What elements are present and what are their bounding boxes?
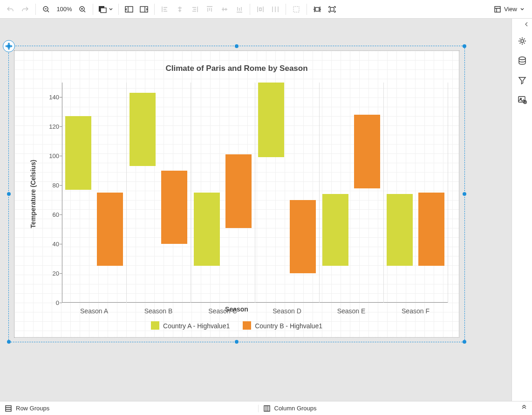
resize-handle-rm[interactable] xyxy=(463,192,466,196)
bar-series-1[interactable] xyxy=(418,193,444,266)
category-separator xyxy=(319,83,320,303)
plot-right-edge xyxy=(448,83,448,303)
svg-rect-5 xyxy=(140,7,148,12)
view-dropdown[interactable]: View xyxy=(489,2,529,17)
y-axis xyxy=(62,83,62,303)
y-tick-mark xyxy=(60,126,62,127)
selection-tool-button[interactable] xyxy=(289,2,304,17)
svg-rect-16 xyxy=(264,406,270,411)
zoom-level[interactable]: 100% xyxy=(54,6,75,13)
fit-page-button[interactable] xyxy=(325,2,340,17)
bar-series-1[interactable] xyxy=(290,200,316,273)
align-top-button[interactable] xyxy=(202,2,217,17)
svg-rect-4 xyxy=(125,7,133,12)
bar-series-0[interactable] xyxy=(387,194,413,266)
bar-series-1[interactable] xyxy=(354,115,380,188)
legend-item-b: Country B - Highvalue1 xyxy=(243,321,322,330)
toolbar: 100% View xyxy=(0,0,532,19)
chart-item[interactable]: Climate of Paris and Rome by Season Temp… xyxy=(14,50,459,338)
category-separator xyxy=(255,83,255,303)
view-label: View xyxy=(504,6,517,13)
y-tick-mark xyxy=(60,214,62,215)
filter-button[interactable] xyxy=(514,72,531,89)
category-separator xyxy=(383,83,384,303)
separator xyxy=(250,4,250,15)
bar-series-1[interactable] xyxy=(97,193,123,266)
svg-rect-15 xyxy=(6,406,11,411)
y-tick-label: 40 xyxy=(41,241,59,248)
row-groups-section[interactable]: Row Groups xyxy=(0,405,259,412)
y-tick-mark xyxy=(60,185,62,186)
align-right-button[interactable] xyxy=(187,2,202,17)
undo-button[interactable] xyxy=(3,2,18,17)
bar-series-0[interactable] xyxy=(194,193,220,266)
zoom-out-button[interactable] xyxy=(39,2,54,17)
x-axis-label: Season xyxy=(14,305,459,313)
legend-swatch-b xyxy=(243,321,251,330)
align-bottom-button[interactable] xyxy=(232,2,247,17)
design-canvas[interactable]: Climate of Paris and Rome by Season Temp… xyxy=(0,19,512,401)
separator xyxy=(286,4,286,15)
fill-dropdown[interactable] xyxy=(96,2,116,17)
legend-label-a: Country A - Highvalue1 xyxy=(163,322,230,330)
layout-split-horizontal-button[interactable] xyxy=(122,2,136,17)
svg-rect-3 xyxy=(101,8,106,13)
y-tick-mark xyxy=(60,303,62,303)
side-rail xyxy=(512,19,532,401)
y-tick-mark xyxy=(60,273,62,274)
row-groups-label: Row Groups xyxy=(16,405,49,412)
groups-collapse-button[interactable] xyxy=(516,404,532,412)
y-axis-label: Temperature (Celsius) xyxy=(29,160,37,228)
align-left-button[interactable] xyxy=(157,2,172,17)
bar-series-0[interactable] xyxy=(65,116,91,189)
fit-width-button[interactable] xyxy=(310,2,325,17)
legend-swatch-a xyxy=(151,321,159,330)
resize-handle-tm[interactable] xyxy=(235,44,239,48)
y-tick-label: 100 xyxy=(41,152,59,159)
column-groups-section[interactable]: Column Groups xyxy=(259,405,517,412)
rail-collapse-button[interactable] xyxy=(512,19,532,30)
legend: Country A - Highvalue1 Country B - Highv… xyxy=(14,321,459,330)
properties-button[interactable] xyxy=(514,33,531,49)
column-groups-label: Column Groups xyxy=(274,405,317,412)
bar-series-0[interactable] xyxy=(322,194,348,266)
resize-handle-tl[interactable] xyxy=(7,44,11,48)
legend-label-b: Country B - Highvalue1 xyxy=(255,322,322,330)
resize-handle-lm[interactable] xyxy=(7,192,11,196)
data-button[interactable] xyxy=(514,52,531,69)
bar-series-1[interactable] xyxy=(161,171,187,244)
bar-series-0[interactable] xyxy=(130,93,156,166)
zoom-in-button[interactable] xyxy=(75,2,90,17)
chart-title: Climate of Paris and Rome by Season xyxy=(14,64,459,73)
y-tick-label: 120 xyxy=(41,123,59,130)
distribute-horizontal-button[interactable] xyxy=(253,2,268,17)
category-separator xyxy=(126,83,127,303)
image-settings-button[interactable] xyxy=(514,91,531,108)
columns-icon xyxy=(263,405,271,412)
layout-split-vertical-button[interactable] xyxy=(136,2,151,17)
resize-handle-bm[interactable] xyxy=(235,340,239,344)
y-tick-mark xyxy=(60,244,62,244)
y-tick-label: 60 xyxy=(41,211,59,218)
resize-handle-br[interactable] xyxy=(463,340,466,344)
y-tick-label: 20 xyxy=(41,270,59,277)
redo-button[interactable] xyxy=(18,2,33,17)
resize-handle-bl[interactable] xyxy=(7,340,11,344)
legend-item-a: Country A - Highvalue1 xyxy=(151,321,230,330)
bar-series-1[interactable] xyxy=(225,154,252,228)
groups-panel: Row Groups Column Groups xyxy=(0,401,532,415)
bar-series-0[interactable] xyxy=(258,83,284,157)
svg-rect-6 xyxy=(293,7,299,12)
y-tick-mark xyxy=(60,97,62,97)
svg-point-11 xyxy=(519,57,525,60)
align-center-v-button[interactable] xyxy=(217,2,232,17)
y-tick-label: 140 xyxy=(41,94,59,101)
svg-rect-8 xyxy=(330,7,334,11)
svg-point-10 xyxy=(521,40,524,42)
distribute-vertical-button[interactable] xyxy=(268,2,283,17)
align-center-h-button[interactable] xyxy=(172,2,187,17)
y-tick-mark xyxy=(60,156,62,156)
resize-handle-tr[interactable] xyxy=(463,44,466,48)
plot-area: 020406080100120140Season ASeason BSeason… xyxy=(62,83,448,303)
separator xyxy=(93,4,93,15)
